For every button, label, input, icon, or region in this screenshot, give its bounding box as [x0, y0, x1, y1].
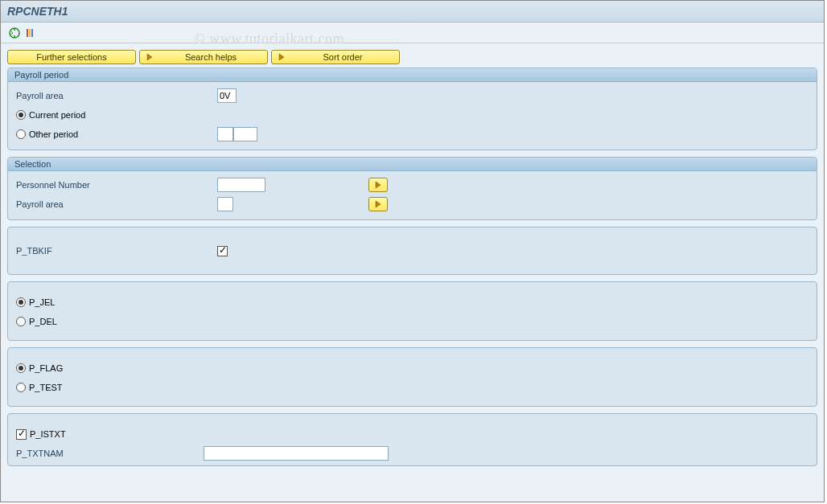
selection-header: Selection — [8, 158, 817, 171]
other-period-label: Other period — [29, 129, 78, 139]
current-period-radio[interactable] — [16, 110, 26, 120]
further-selections-button[interactable]: Further selections — [7, 50, 136, 64]
other-period-input-2[interactable] — [233, 127, 257, 141]
content-area: Further selections Search helps Sort ord… — [1, 43, 824, 473]
personnel-number-multiselect-button[interactable] — [368, 178, 388, 192]
p-tbkif-label: P_TBKIF — [16, 246, 217, 256]
payroll-area-input[interactable] — [217, 88, 237, 103]
p-flag-radio[interactable] — [16, 363, 26, 373]
p-txtnam-input[interactable] — [204, 446, 389, 461]
title-bar: RPCNETH1 — [1, 1, 824, 23]
p-istxt-label: P_ISTXT — [30, 429, 66, 439]
page-title: RPCNETH1 — [7, 5, 68, 18]
selection-buttons-row: Further selections Search helps Sort ord… — [7, 50, 817, 64]
p-flag-label: P_FLAG — [29, 363, 63, 373]
payroll-period-header: Payroll period — [8, 68, 817, 82]
svg-rect-3 — [31, 29, 33, 37]
svg-rect-1 — [27, 29, 28, 37]
other-period-input-1[interactable] — [217, 127, 233, 141]
p-txtnam-label: P_TXTNAM — [16, 449, 204, 458]
p-jel-label: P_JEL — [29, 297, 55, 307]
current-period-label: Current period — [29, 110, 85, 120]
txt-group: P_ISTXT P_TXTNAM — [7, 413, 817, 466]
variant-icon[interactable] — [23, 26, 38, 40]
p-del-label: P_DEL — [29, 317, 57, 326]
arrow-right-icon — [145, 52, 154, 62]
jel-group: P_JEL P_DEL — [7, 281, 817, 341]
execute-icon[interactable] — [7, 26, 22, 40]
main-window: RPCNETH1 © www.tutorialkart.com Further … — [0, 0, 825, 502]
p-del-radio[interactable] — [16, 317, 26, 326]
selection-payroll-area-label: Payroll area — [16, 199, 217, 209]
arrow-right-icon — [277, 52, 286, 62]
p-tbkif-checkbox[interactable] — [217, 246, 228, 256]
personnel-number-label: Personnel Number — [16, 180, 217, 190]
p-test-radio[interactable] — [16, 383, 26, 392]
selection-payroll-area-input[interactable] — [217, 197, 233, 211]
other-period-radio[interactable] — [16, 129, 26, 139]
selection-group: Selection Personnel Number Payroll area — [7, 157, 817, 220]
sort-order-button[interactable]: Sort order — [271, 50, 400, 64]
app-toolbar — [1, 23, 824, 43]
personnel-number-input[interactable] — [217, 178, 265, 192]
payroll-area-label: Payroll area — [16, 91, 217, 100]
payroll-period-group: Payroll period Payroll area Current peri… — [7, 68, 817, 150]
further-selections-label: Further selections — [13, 52, 130, 62]
p-test-label: P_TEST — [29, 383, 63, 392]
p-istxt-checkbox[interactable] — [16, 429, 27, 440]
svg-rect-2 — [29, 29, 31, 37]
flag-group: P_FLAG P_TEST — [7, 347, 817, 407]
tbkif-group: P_TBKIF — [7, 227, 817, 275]
search-helps-label: Search helps — [159, 52, 262, 62]
sort-order-label: Sort order — [291, 52, 394, 62]
p-jel-radio[interactable] — [16, 297, 26, 307]
search-helps-button[interactable]: Search helps — [139, 50, 268, 64]
payroll-area-multiselect-button[interactable] — [368, 197, 388, 211]
